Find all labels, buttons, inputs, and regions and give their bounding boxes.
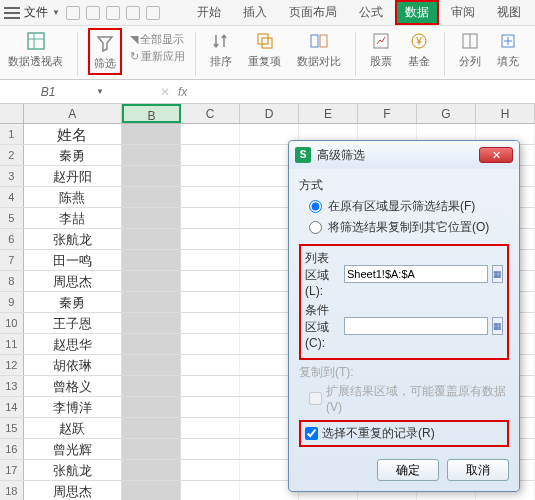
file-dropdown-icon[interactable]: ▼ — [52, 8, 60, 17]
cell[interactable] — [181, 187, 240, 207]
row-header[interactable]: 12 — [0, 355, 24, 375]
col-header-c[interactable]: C — [181, 104, 240, 123]
criteria-range-input[interactable] — [344, 317, 488, 335]
cell-a[interactable]: 田一鸣 — [24, 250, 122, 270]
qat-print-icon[interactable] — [126, 6, 140, 20]
row-header[interactable]: 5 — [0, 208, 24, 228]
qat-redo-icon[interactable] — [106, 6, 120, 20]
list-range-input[interactable] — [344, 265, 488, 283]
qat-undo-icon[interactable] — [86, 6, 100, 20]
tab-data[interactable]: 数据 — [395, 0, 439, 25]
cell-b[interactable] — [122, 187, 181, 207]
cell-b[interactable] — [122, 355, 181, 375]
fx-cancel-icon[interactable]: ✕ — [160, 85, 170, 99]
criteria-range-picker-icon[interactable]: ▦ — [492, 317, 503, 335]
ribbon-stocks[interactable]: 股票 — [366, 28, 396, 71]
col-header-b[interactable]: B — [122, 104, 181, 123]
cell[interactable] — [181, 397, 240, 417]
col-header-h[interactable]: H — [476, 104, 535, 123]
dialog-close-button[interactable]: ✕ — [479, 147, 513, 163]
cell[interactable] — [181, 376, 240, 396]
cell[interactable] — [181, 481, 240, 500]
row-header[interactable]: 13 — [0, 376, 24, 396]
cell-b[interactable] — [122, 397, 181, 417]
ribbon-funds[interactable]: ¥ 基金 — [404, 28, 434, 71]
row-header[interactable]: 1 — [0, 124, 24, 144]
col-header-e[interactable]: E — [299, 104, 358, 123]
cell-a[interactable]: 胡依琳 — [24, 355, 122, 375]
cell-b[interactable] — [122, 124, 181, 144]
hamburger-icon[interactable] — [4, 7, 20, 19]
cell[interactable] — [181, 292, 240, 312]
cell-b[interactable] — [122, 271, 181, 291]
row-header[interactable]: 11 — [0, 334, 24, 354]
cell-b[interactable] — [122, 334, 181, 354]
cell[interactable] — [181, 229, 240, 249]
cell[interactable] — [181, 271, 240, 291]
radio-copy-to[interactable]: 将筛选结果复制到其它位置(O) — [309, 219, 509, 236]
cell-b[interactable] — [122, 145, 181, 165]
ribbon-compare[interactable]: 数据对比 — [293, 28, 345, 71]
row-header[interactable]: 16 — [0, 439, 24, 459]
cell-a[interactable]: 张航龙 — [24, 460, 122, 480]
cell[interactable] — [181, 460, 240, 480]
cell-a[interactable]: 王子恩 — [24, 313, 122, 333]
tab-view[interactable]: 视图 — [487, 0, 531, 25]
cell-a[interactable]: 周思杰 — [24, 271, 122, 291]
cell-a[interactable]: 赵跃 — [24, 418, 122, 438]
col-header-g[interactable]: G — [417, 104, 476, 123]
cell-a[interactable]: 张航龙 — [24, 229, 122, 249]
ribbon-pivot[interactable]: 数据透视表 — [4, 28, 67, 71]
cell-a[interactable]: 曾光辉 — [24, 439, 122, 459]
cell-b[interactable] — [122, 376, 181, 396]
list-range-picker-icon[interactable]: ▦ — [492, 265, 503, 283]
dialog-titlebar[interactable]: S 高级筛选 ✕ — [289, 141, 519, 169]
cell-b[interactable] — [122, 418, 181, 438]
ribbon-fill[interactable]: 填充 — [493, 28, 523, 71]
cell-b[interactable] — [122, 460, 181, 480]
col-header-f[interactable]: F — [358, 104, 417, 123]
fx-icon[interactable]: fx — [178, 85, 187, 99]
cell[interactable] — [181, 313, 240, 333]
ribbon-split[interactable]: 分列 — [455, 28, 485, 71]
file-menu[interactable]: 文件 — [24, 4, 48, 21]
row-header[interactable]: 15 — [0, 418, 24, 438]
col-header-a[interactable]: A — [24, 104, 122, 123]
cell-b[interactable] — [122, 313, 181, 333]
row-header[interactable]: 2 — [0, 145, 24, 165]
ok-button[interactable]: 确定 — [377, 459, 439, 481]
name-box[interactable]: B1 — [8, 85, 88, 99]
cell-a[interactable]: 李博洋 — [24, 397, 122, 417]
tab-layout[interactable]: 页面布局 — [279, 0, 347, 25]
tab-review[interactable]: 审阅 — [441, 0, 485, 25]
cell-b[interactable] — [122, 292, 181, 312]
cell-a[interactable]: 秦勇 — [24, 292, 122, 312]
ribbon-dup[interactable]: 重复项 — [244, 28, 285, 71]
cell[interactable] — [181, 250, 240, 270]
cell-a[interactable]: 李喆 — [24, 208, 122, 228]
ribbon-reapply[interactable]: ↻重新应用 — [130, 49, 185, 64]
cell[interactable] — [181, 418, 240, 438]
col-header-d[interactable]: D — [240, 104, 299, 123]
row-header[interactable]: 8 — [0, 271, 24, 291]
row-header[interactable]: 17 — [0, 460, 24, 480]
row-header[interactable]: 3 — [0, 166, 24, 186]
unique-records-checkbox[interactable] — [305, 427, 318, 440]
cell[interactable] — [181, 124, 240, 144]
cell-b[interactable] — [122, 229, 181, 249]
ribbon-sort[interactable]: 排序 — [206, 28, 236, 71]
tab-insert[interactable]: 插入 — [233, 0, 277, 25]
cell-b[interactable] — [122, 166, 181, 186]
row-header[interactable]: 14 — [0, 397, 24, 417]
cell-a[interactable]: 周思杰 — [24, 481, 122, 500]
row-header[interactable]: 18 — [0, 481, 24, 500]
cell[interactable] — [181, 355, 240, 375]
row-header[interactable]: 6 — [0, 229, 24, 249]
cell-a[interactable]: 姓名 — [24, 124, 122, 144]
cell-b[interactable] — [122, 208, 181, 228]
qat-preview-icon[interactable] — [146, 6, 160, 20]
cell[interactable] — [181, 166, 240, 186]
cell[interactable] — [181, 145, 240, 165]
cell-a[interactable]: 秦勇 — [24, 145, 122, 165]
ribbon-show-all[interactable]: ◥全部显示 — [130, 32, 185, 47]
